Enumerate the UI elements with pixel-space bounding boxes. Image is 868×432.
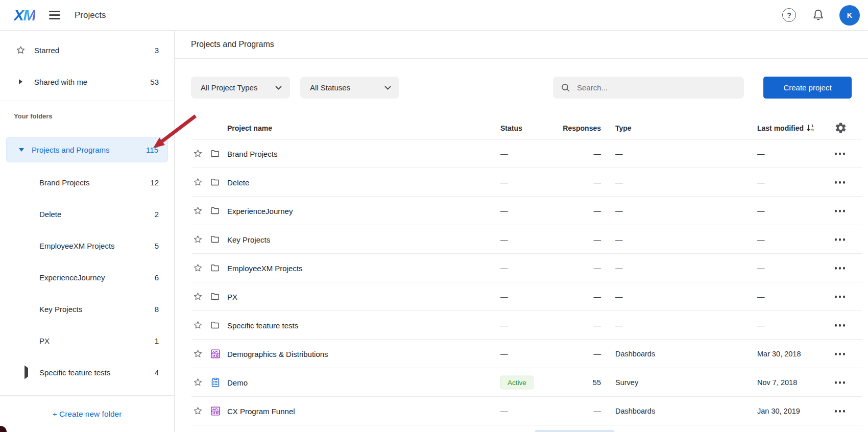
type-cell: — bbox=[615, 264, 623, 272]
sidebar-item-projects-and-programs[interactable]: Projects and Programs 115 bbox=[6, 137, 168, 162]
table-row[interactable]: ExperienceJourney — — — — bbox=[175, 197, 868, 225]
last-modified-cell: — bbox=[757, 178, 765, 186]
help-icon[interactable]: ? bbox=[782, 8, 796, 22]
sidebar-folder-count: 4 bbox=[155, 368, 159, 377]
sidebar-folder-item[interactable]: EmployeeXM Projects 5 bbox=[0, 230, 174, 261]
table-row[interactable]: EmployeeXM Projects — — — — bbox=[175, 254, 868, 282]
responses-cell: 55 bbox=[532, 378, 601, 387]
table-row[interactable]: PX — — — — bbox=[175, 282, 868, 311]
table-settings-gear-icon[interactable] bbox=[832, 122, 849, 134]
last-modified-cell: Nov 7, 2018 bbox=[757, 378, 797, 387]
star-toggle-icon[interactable] bbox=[192, 206, 203, 217]
responses-cell: — bbox=[532, 150, 601, 158]
last-modified-cell: Jan 30, 2019 bbox=[757, 407, 800, 415]
project-name-link[interactable]: Key Projects bbox=[227, 235, 270, 244]
status-cell: — bbox=[500, 293, 508, 301]
sidebar-folder-item[interactable]: ExperienceJourney 6 bbox=[0, 261, 174, 293]
folder-icon bbox=[210, 234, 221, 245]
sidebar-item-label: Starred bbox=[34, 46, 59, 55]
sidebar-item-starred[interactable]: Starred 3 bbox=[0, 38, 174, 62]
project-name-link[interactable]: PX bbox=[227, 293, 237, 301]
column-header-responses[interactable]: Responses bbox=[532, 124, 601, 132]
sidebar-item-shared-with-me[interactable]: Shared with me 53 bbox=[0, 69, 174, 94]
row-actions-menu-button[interactable] bbox=[829, 324, 851, 327]
sidebar-folder-count: 12 bbox=[150, 178, 159, 187]
status-cell: — bbox=[500, 178, 508, 186]
horizontal-scrollbar-thumb[interactable] bbox=[535, 430, 614, 432]
sidebar-folder-count: 6 bbox=[155, 273, 159, 282]
sidebar-item-count: 3 bbox=[155, 46, 159, 55]
sidebar-folder-item[interactable]: Specific feature tests 4 bbox=[0, 356, 174, 388]
column-header-type[interactable]: Type bbox=[615, 124, 632, 132]
star-toggle-icon[interactable] bbox=[192, 292, 203, 302]
sidebar-folder-item[interactable]: Key Projects 8 bbox=[0, 293, 174, 325]
project-name-link[interactable]: Brand Projects bbox=[227, 150, 277, 158]
table-row[interactable]: Demo Active 55 Survey Nov 7, 2018 bbox=[175, 368, 868, 397]
sidebar-folder-label: Brand Projects bbox=[39, 178, 89, 187]
project-name-link[interactable]: Demographics & Distributions bbox=[227, 350, 328, 358]
row-actions-menu-button[interactable] bbox=[829, 181, 851, 184]
project-name-link[interactable]: Demo bbox=[227, 378, 248, 387]
dashboard-icon bbox=[210, 405, 221, 417]
row-actions-menu-button[interactable] bbox=[829, 381, 851, 384]
xm-logo[interactable]: XM bbox=[14, 7, 35, 24]
table-row[interactable]: Specific feature tests — — — — bbox=[175, 311, 868, 340]
row-actions-menu-button[interactable] bbox=[829, 410, 851, 413]
row-actions-menu-button[interactable] bbox=[829, 353, 851, 355]
notifications-bell-icon[interactable] bbox=[811, 8, 825, 22]
sidebar-folder-item[interactable]: Delete 2 bbox=[0, 198, 174, 230]
star-toggle-icon[interactable] bbox=[192, 320, 203, 331]
project-name-link[interactable]: Specific feature tests bbox=[227, 321, 298, 330]
table-row[interactable]: Brand Projects — — — — bbox=[175, 139, 868, 168]
type-cell: — bbox=[615, 321, 623, 329]
create-project-button[interactable]: Create project bbox=[763, 77, 852, 99]
folder-icon bbox=[210, 262, 221, 274]
star-toggle-icon[interactable] bbox=[192, 234, 203, 245]
column-header-last-modified[interactable]: Last modified 19 bbox=[757, 124, 813, 132]
status-cell: — bbox=[500, 150, 508, 158]
project-types-filter-dropdown[interactable]: All Project Types bbox=[191, 77, 290, 99]
table-row[interactable]: Delete — — — — bbox=[175, 168, 868, 197]
star-toggle-icon[interactable] bbox=[192, 349, 203, 359]
filter-label: All Project Types bbox=[201, 83, 257, 92]
project-name-link[interactable]: Delete bbox=[227, 178, 249, 187]
sidebar-folder-label: EmployeeXM Projects bbox=[39, 242, 115, 250]
folder-icon bbox=[210, 177, 221, 188]
chevron-down-icon bbox=[275, 86, 282, 90]
star-toggle-icon[interactable] bbox=[192, 149, 203, 159]
row-actions-menu-button[interactable] bbox=[829, 296, 851, 298]
row-actions-menu-button[interactable] bbox=[829, 153, 851, 155]
hamburger-menu-icon[interactable] bbox=[49, 11, 60, 19]
page-title: Projects bbox=[75, 10, 106, 20]
star-toggle-icon[interactable] bbox=[192, 177, 203, 188]
row-actions-menu-button[interactable] bbox=[829, 210, 851, 212]
column-header-status[interactable]: Status bbox=[500, 124, 522, 132]
star-toggle-icon[interactable] bbox=[192, 377, 203, 388]
project-name-link[interactable]: CX Program Funnel bbox=[227, 407, 295, 416]
main-content: Projects and Programs All Project Types … bbox=[175, 31, 868, 432]
row-actions-menu-button[interactable] bbox=[829, 267, 851, 270]
sidebar-item-label: Shared with me bbox=[34, 78, 87, 86]
project-name-link[interactable]: ExperienceJourney bbox=[227, 207, 293, 215]
responses-cell: — bbox=[532, 321, 601, 329]
star-toggle-icon[interactable] bbox=[192, 406, 203, 417]
table-row[interactable]: Key Projects — — — — bbox=[175, 225, 868, 254]
last-modified-cell: — bbox=[757, 235, 765, 244]
sidebar-folder-item[interactable]: Brand Projects 12 bbox=[0, 166, 174, 198]
last-modified-cell: Mar 30, 2018 bbox=[757, 350, 801, 358]
statuses-filter-dropdown[interactable]: All Statuses bbox=[300, 77, 399, 99]
type-cell: — bbox=[615, 178, 623, 186]
toolbar: All Project Types All Statuses Create pr… bbox=[175, 77, 868, 99]
sidebar-item-count: 115 bbox=[146, 146, 158, 154]
create-new-folder-button[interactable]: + Create new folder bbox=[0, 396, 174, 432]
search-input[interactable] bbox=[576, 83, 729, 92]
type-cell: Survey bbox=[615, 378, 638, 387]
project-name-link[interactable]: EmployeeXM Projects bbox=[227, 264, 303, 273]
table-row[interactable]: CX Program Funnel — — Dashboards Jan 30,… bbox=[175, 397, 868, 425]
column-header-project-name[interactable]: Project name bbox=[227, 124, 272, 132]
sidebar-folder-item[interactable]: PX 1 bbox=[0, 325, 174, 356]
star-toggle-icon[interactable] bbox=[192, 263, 203, 274]
user-avatar[interactable]: K bbox=[839, 5, 860, 26]
row-actions-menu-button[interactable] bbox=[829, 238, 851, 241]
table-row[interactable]: Demographics & Distributions — — Dashboa… bbox=[175, 340, 868, 368]
